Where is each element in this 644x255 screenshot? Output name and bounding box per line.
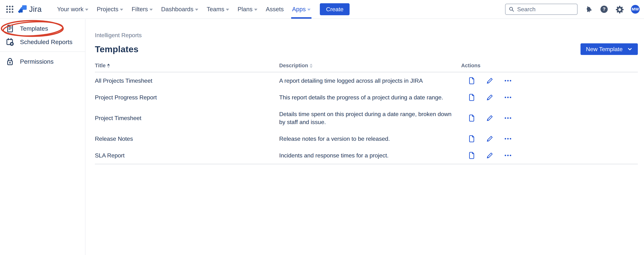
template-title: SLA Report (95, 152, 279, 159)
nav-item-apps[interactable]: Apps (288, 0, 315, 19)
table-row: SLA Report Incidents and response times … (95, 147, 638, 164)
row-actions (461, 135, 638, 142)
table-row: All Projects Timesheet A report detailin… (95, 72, 638, 89)
template-description: Release notes for a version to be releas… (279, 135, 452, 143)
table-header-row: Title Description Actions (95, 62, 638, 72)
view-document-button[interactable] (468, 135, 475, 142)
create-button[interactable]: Create (320, 3, 350, 15)
sidebar-item-label: Templates (20, 25, 48, 32)
edit-pencil-icon (486, 114, 493, 122)
nav-item-teams[interactable]: Teams (202, 0, 233, 19)
title-row: Templates New Template (95, 43, 638, 55)
help-button[interactable]: ? (599, 4, 609, 14)
sort-arrows-icon (107, 64, 110, 68)
more-ellipsis-icon (504, 96, 512, 98)
view-document-icon (468, 77, 475, 84)
more-actions-button[interactable] (504, 94, 512, 101)
user-avatar[interactable]: MW (631, 5, 640, 14)
sidebar-item-templates[interactable]: Templates (0, 22, 85, 35)
edit-pencil-icon (486, 77, 493, 84)
view-document-icon (468, 152, 475, 159)
chevron-down-icon (150, 9, 153, 11)
chevron-down-icon (307, 9, 310, 11)
edit-template-button[interactable] (486, 114, 494, 122)
sidebar-item-label: Scheduled Reports (20, 38, 72, 46)
sidebar-item-scheduled-reports[interactable]: Scheduled Reports (0, 35, 85, 48)
new-template-button[interactable]: New Template (580, 43, 638, 55)
more-actions-button[interactable] (504, 135, 512, 142)
chevron-down-icon (195, 9, 198, 11)
table-row: Project Progress Report This report deta… (95, 89, 638, 106)
jira-logo-text: Jira (29, 5, 42, 14)
more-actions-button[interactable] (504, 114, 512, 122)
permissions-lock-icon (6, 57, 14, 66)
jira-logo-icon (18, 4, 27, 14)
chevron-down-icon (627, 46, 632, 52)
jira-templates-page: Jira Your work Projects Filters Dashboar… (0, 0, 644, 255)
sidebar-item-label: Permissions (20, 58, 54, 65)
settings-button[interactable] (615, 4, 624, 14)
sidebar-item-permissions[interactable]: Permissions (0, 55, 85, 68)
column-header-title[interactable]: Title (95, 62, 279, 68)
more-ellipsis-icon (504, 117, 512, 119)
view-document-button[interactable] (468, 152, 475, 159)
sidebar-divider (0, 52, 85, 52)
chevron-down-icon (254, 9, 258, 11)
template-title: Release Notes (95, 136, 279, 142)
view-document-icon (468, 135, 475, 142)
nav-item-filters[interactable]: Filters (127, 0, 157, 19)
column-header-description[interactable]: Description (279, 62, 461, 68)
template-title: Project Progress Report (95, 94, 279, 101)
nav-item-plans[interactable]: Plans (233, 0, 262, 19)
table-row: Release Notes Release notes for a versio… (95, 130, 638, 147)
template-title: All Projects Timesheet (95, 78, 279, 84)
main-content: Intelligent Reports Templates New Templa… (86, 19, 644, 255)
edit-template-button[interactable] (486, 152, 494, 159)
table-row: Project Timesheet Details time spent on … (95, 106, 638, 130)
more-ellipsis-icon (504, 138, 512, 140)
edit-template-button[interactable] (486, 135, 494, 142)
view-document-button[interactable] (468, 94, 475, 101)
notifications-button[interactable] (584, 4, 593, 14)
template-title: Project Timesheet (95, 115, 279, 122)
row-actions (461, 152, 638, 159)
edit-pencil-icon (486, 152, 493, 159)
edit-template-button[interactable] (486, 94, 494, 101)
jira-logo[interactable]: Jira (18, 4, 42, 14)
templates-report-icon (6, 24, 14, 33)
reports-sidebar: Templates Scheduled Reports Permissions (0, 19, 86, 255)
app-grid-icon (6, 5, 14, 14)
nav-item-dashboards[interactable]: Dashboards (157, 0, 202, 19)
top-navigation-bar: Jira Your work Projects Filters Dashboar… (0, 0, 644, 19)
more-ellipsis-icon (504, 154, 512, 156)
search-input[interactable] (517, 6, 574, 13)
app-switcher-button[interactable] (5, 4, 15, 14)
edit-template-button[interactable] (486, 77, 494, 84)
more-ellipsis-icon (504, 80, 512, 82)
column-header-actions: Actions (461, 62, 638, 68)
chevron-down-icon (226, 9, 229, 11)
view-document-button[interactable] (468, 114, 475, 122)
search-icon (509, 6, 514, 12)
row-actions (461, 114, 638, 122)
global-search[interactable] (505, 4, 578, 15)
nav-item-assets[interactable]: Assets (262, 0, 288, 19)
chevron-down-icon (85, 9, 88, 11)
view-document-icon (468, 114, 475, 122)
template-description: Incidents and response times for a proje… (279, 152, 452, 160)
nav-item-projects[interactable]: Projects (92, 0, 127, 19)
templates-table: Title Description Actions All Proje (95, 62, 638, 164)
nav-item-your-work[interactable]: Your work (53, 0, 93, 19)
gear-icon (616, 5, 624, 14)
view-document-icon (468, 94, 475, 101)
template-description: A report detailing time logged across al… (279, 77, 452, 85)
svg-text:?: ? (603, 6, 606, 12)
scheduled-reports-calendar-icon (6, 38, 14, 46)
view-document-button[interactable] (468, 77, 475, 84)
more-actions-button[interactable] (504, 152, 512, 159)
edit-pencil-icon (486, 135, 493, 142)
notification-bell-icon (584, 5, 593, 14)
more-actions-button[interactable] (504, 77, 512, 84)
edit-pencil-icon (486, 94, 493, 101)
breadcrumb[interactable]: Intelligent Reports (95, 32, 638, 39)
